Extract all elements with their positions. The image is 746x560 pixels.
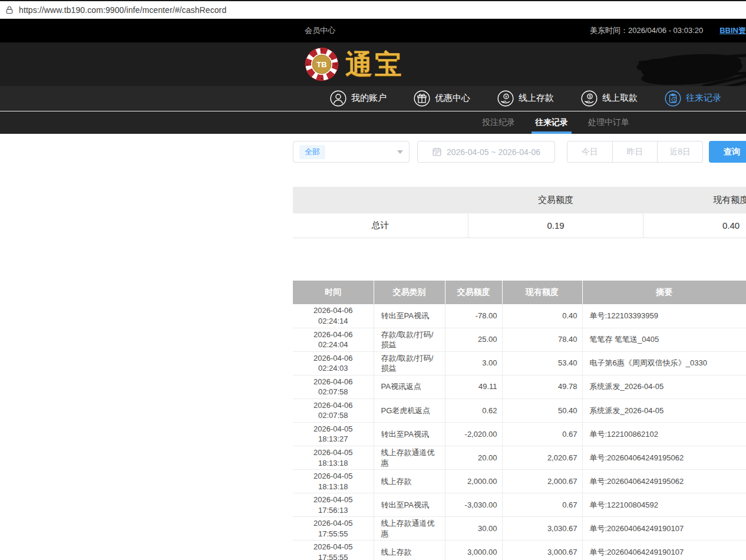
withdraw-icon: $ bbox=[581, 90, 598, 107]
table-cell: 25.00 bbox=[445, 328, 502, 351]
bbin-link[interactable]: BBIN资 bbox=[719, 25, 746, 36]
table-cell: 线上存款 bbox=[374, 541, 445, 560]
records-table-body: 2026-04-06 02:24:14转出至PA视讯-78.000.40单号:1… bbox=[293, 304, 746, 560]
nav-label: 往来记录 bbox=[686, 93, 721, 104]
today-button[interactable]: 今日 bbox=[567, 141, 613, 163]
subnav-transaction-records[interactable]: 往来记录 bbox=[535, 111, 568, 134]
table-cell: PA视讯返点 bbox=[374, 375, 445, 398]
table-cell: 单号:202604064249190107 bbox=[582, 541, 746, 560]
table-cell: 2,000.67 bbox=[502, 470, 582, 493]
last-8-days-button[interactable]: 近8日 bbox=[658, 141, 703, 163]
summary-header-balance: 现有额度 bbox=[643, 187, 746, 213]
table-row: 2026-04-05 17:55:55线上存款通道优惠30.003,030.67… bbox=[293, 517, 746, 541]
top-utility-bar: 会员中心 美东时间：2026/04/06 - 03:03:20 BBIN资 bbox=[0, 19, 746, 42]
nav-item-online-withdrawal[interactable]: $ 线上取款 bbox=[581, 90, 638, 107]
table-cell: 2,020.67 bbox=[502, 446, 582, 469]
type-select[interactable]: 全部 bbox=[293, 141, 410, 163]
summary-transaction-total: 0.19 bbox=[468, 213, 643, 238]
table-cell: 2026-04-05 18:13:18 bbox=[293, 446, 374, 469]
url-text[interactable]: https://www.tb190.com:9900/infe/mcenter/… bbox=[19, 5, 226, 15]
table-row: 2026-04-06 02:24:03存款/取款/打码/损益3.0053.40电… bbox=[293, 351, 746, 375]
table-cell: 3,030.67 bbox=[502, 517, 582, 541]
summary-total-row: 总计 0.19 0.40 bbox=[293, 213, 746, 238]
nav-item-transaction-records[interactable]: 往来记录 bbox=[665, 90, 721, 107]
browser-url-bar[interactable]: https://www.tb190.com:9900/infe/mcenter/… bbox=[0, 0, 746, 19]
table-cell: 转出至PA视讯 bbox=[374, 304, 445, 328]
subnav-betting-records[interactable]: 投注纪录 bbox=[482, 111, 515, 134]
table-cell: 线上存款通道优惠 bbox=[374, 446, 445, 469]
table-cell: 转出至PA视讯 bbox=[374, 422, 445, 446]
table-cell: 2026-04-06 02:07:58 bbox=[293, 375, 374, 398]
summary-header-row: 交易额度 现有额度 bbox=[293, 187, 746, 213]
table-cell: 单号:122103393959 bbox=[582, 304, 746, 328]
table-cell: 2026-04-05 17:55:55 bbox=[293, 517, 374, 541]
eastern-time-label: 美东时间：2026/04/06 - 03:03:20 bbox=[590, 25, 703, 36]
table-cell: 3,000.00 bbox=[445, 541, 502, 560]
nav-item-my-account[interactable]: 我的账户 bbox=[330, 90, 387, 107]
table-cell: 笔笔存 笔笔送_0405 bbox=[582, 328, 746, 351]
main-navbar: 我的账户 优惠中心 线上存款 bbox=[0, 86, 746, 111]
nav-item-promotions[interactable]: 优惠中心 bbox=[414, 90, 470, 107]
summary-balance-total: 0.40 bbox=[643, 213, 746, 238]
table-cell: 2026-04-05 18:13:18 bbox=[293, 470, 374, 493]
records-header-row: 时间交易类别交易额度现有额度摘要 bbox=[293, 281, 746, 304]
sub-navbar: 投注纪录 往来记录 处理中订单 bbox=[0, 111, 746, 134]
date-range-value: 2026-04-05 ~ 2026-04-06 bbox=[447, 147, 540, 157]
table-cell: 存款/取款/打码/损益 bbox=[374, 351, 445, 375]
table-row: 2026-04-05 18:13:18线上存款通道优惠20.002,020.67… bbox=[293, 446, 746, 469]
table-cell: 电子第6惠《周周双倍快乐》_0330 bbox=[582, 351, 746, 375]
table-cell: 2,000.00 bbox=[445, 470, 502, 493]
quick-date-buttons: 今日 昨日 近8日 bbox=[567, 141, 703, 163]
nav-label: 我的账户 bbox=[351, 93, 387, 104]
summary-header-transaction: 交易额度 bbox=[468, 187, 643, 213]
table-cell: 转出至PA视讯 bbox=[374, 493, 445, 517]
summary-total-label: 总计 bbox=[293, 213, 468, 238]
logo-band: TB 通宝 bbox=[0, 42, 746, 86]
table-cell: 0.62 bbox=[445, 398, 502, 422]
records-column-header: 交易额度 bbox=[445, 281, 502, 304]
table-cell: 2026-04-06 02:24:04 bbox=[293, 328, 374, 351]
search-button[interactable]: 查询 bbox=[709, 141, 746, 163]
table-cell: 50.40 bbox=[502, 398, 582, 422]
table-cell: 49.11 bbox=[445, 375, 502, 398]
type-select-value[interactable]: 全部 bbox=[299, 145, 325, 159]
table-cell: 2026-04-06 02:24:03 bbox=[293, 351, 374, 375]
table-cell: -3,030.00 bbox=[445, 493, 502, 517]
records-column-header: 现有额度 bbox=[502, 281, 582, 304]
table-cell: 2026-04-06 02:07:58 bbox=[293, 398, 374, 422]
table-cell: 单号:122100804592 bbox=[582, 493, 746, 517]
table-row: 2026-04-06 02:07:58PG老虎机返点0.6250.40系统派发_… bbox=[293, 398, 746, 422]
table-cell: 0.40 bbox=[502, 304, 582, 328]
nav-label: 线上取款 bbox=[602, 93, 638, 104]
svg-text:TB: TB bbox=[316, 60, 326, 69]
site-logo[interactable]: TB 通宝 bbox=[304, 46, 404, 83]
table-cell: 2026-04-06 02:24:14 bbox=[293, 304, 374, 328]
nav-label: 线上存款 bbox=[519, 93, 554, 104]
lock-icon bbox=[5, 5, 14, 15]
summary-header-empty bbox=[293, 187, 468, 213]
records-column-header: 时间 bbox=[293, 281, 374, 304]
nav-item-online-deposit[interactable]: 线上存款 bbox=[497, 90, 554, 107]
filter-row: 全部 2026-04-05 ~ 2026-04-06 今日 昨日 近8日 查询 bbox=[0, 141, 746, 163]
table-cell: 单号:122100862102 bbox=[582, 422, 746, 446]
date-range-input[interactable]: 2026-04-05 ~ 2026-04-06 bbox=[417, 141, 555, 163]
table-row: 2026-04-06 02:24:14转出至PA视讯-78.000.40单号:1… bbox=[293, 304, 746, 328]
table-cell: 存款/取款/打码/损益 bbox=[374, 328, 445, 351]
chevron-down-icon bbox=[397, 150, 403, 154]
table-cell: 系统派发_2026-04-05 bbox=[582, 398, 746, 422]
records-table: 时间交易类别交易额度现有额度摘要 2026-04-06 02:24:14转出至P… bbox=[293, 281, 746, 560]
table-cell: 78.40 bbox=[502, 328, 582, 351]
table-cell: PG老虎机返点 bbox=[374, 398, 445, 422]
table-cell: -78.00 bbox=[445, 304, 502, 328]
deposit-icon bbox=[497, 90, 514, 107]
table-cell: 20.00 bbox=[445, 446, 502, 469]
table-cell: -2,020.00 bbox=[445, 422, 502, 446]
summary-table: 交易额度 现有额度 总计 0.19 0.40 bbox=[293, 187, 746, 238]
user-icon bbox=[330, 90, 346, 107]
table-cell: 30.00 bbox=[445, 517, 502, 541]
calendar-icon bbox=[432, 147, 442, 157]
poker-chip-icon: TB bbox=[304, 47, 339, 82]
subnav-processing-orders[interactable]: 处理中订单 bbox=[588, 111, 629, 134]
member-center-link[interactable]: 会员中心 bbox=[305, 19, 335, 42]
yesterday-button[interactable]: 昨日 bbox=[613, 141, 658, 163]
